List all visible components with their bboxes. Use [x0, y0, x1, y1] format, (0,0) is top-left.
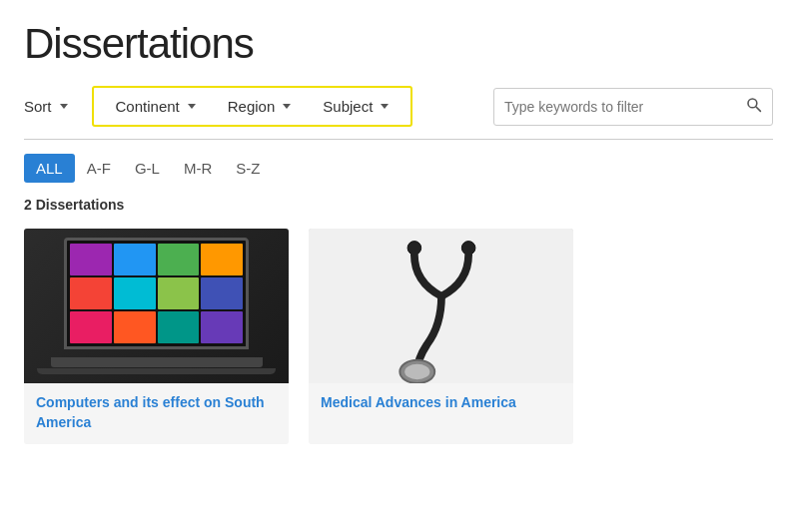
results-count: 2 Dissertations	[24, 197, 773, 213]
region-caret-icon	[283, 104, 291, 109]
card-item1[interactable]: Computers and its effect on South Americ…	[24, 229, 289, 444]
alpha-tab-mr[interactable]: M-R	[172, 154, 224, 183]
card-title-item2: Medical Advances in America	[309, 383, 573, 425]
card-item2[interactable]: Medical Advances in America	[309, 229, 573, 444]
laptop-image	[24, 229, 289, 383]
search-button[interactable]	[736, 89, 772, 125]
svg-point-5	[404, 364, 429, 380]
card-image-item1	[24, 229, 289, 383]
card-title-item1: Computers and its effect on South Americ…	[24, 383, 289, 444]
stethoscope-image	[309, 229, 573, 383]
region-filter-button[interactable]: Region	[214, 92, 306, 121]
toolbar: Sort Continent Region Subject	[24, 86, 773, 140]
page-title: Dissertations	[24, 20, 773, 68]
filter-group: Continent Region Subject	[92, 86, 413, 127]
alpha-tab-af[interactable]: A-F	[75, 154, 123, 183]
continent-filter-button[interactable]: Continent	[102, 92, 210, 121]
sort-caret-icon	[60, 104, 68, 109]
card-image-item2	[309, 229, 573, 383]
subject-filter-button[interactable]: Subject	[309, 92, 402, 121]
continent-caret-icon	[188, 104, 196, 109]
sort-button[interactable]: Sort	[24, 90, 82, 123]
search-input[interactable]	[494, 91, 736, 123]
svg-line-1	[756, 107, 760, 111]
subject-caret-icon	[381, 104, 389, 109]
search-wrap	[493, 88, 773, 126]
search-icon	[746, 97, 762, 113]
alpha-nav: ALLA-FG-LM-RS-Z	[24, 154, 773, 183]
alpha-tab-sz[interactable]: S-Z	[224, 154, 272, 183]
alpha-tab-gl[interactable]: G-L	[123, 154, 172, 183]
cards-grid: Computers and its effect on South Americ…	[24, 229, 773, 444]
alpha-tab-all[interactable]: ALL	[24, 154, 75, 183]
